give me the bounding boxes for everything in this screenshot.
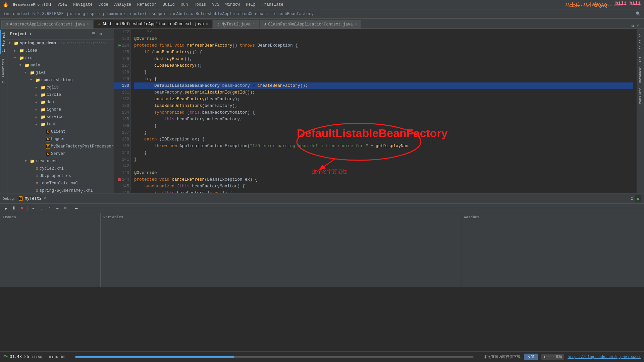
breadcrumb-search-icon[interactable]: 🔍 bbox=[636, 11, 641, 16]
sidebar-toolbar-settings[interactable]: ⚙ bbox=[98, 31, 104, 37]
code-line-137: } bbox=[134, 129, 633, 136]
right-panel-database[interactable]: Database bbox=[638, 65, 643, 85]
menu-item-file[interactable]: BeanAwareProj计划1 bbox=[10, 1, 54, 8]
tree-client[interactable]: ▶ C Client bbox=[7, 128, 114, 135]
code-line-122: */ bbox=[134, 29, 633, 36]
code-lines: */ @Override protected final void refres… bbox=[131, 29, 637, 193]
project-label: Project ▾ bbox=[10, 32, 32, 37]
breadcrumb-context[interactable]: context bbox=[130, 12, 147, 16]
tree-logger[interactable]: ▶ C Logger bbox=[7, 135, 114, 143]
menu-item-code[interactable]: Code bbox=[96, 2, 111, 8]
menu-bar: 🔥 BeanAwareProj计划1 View Navigate Code An… bbox=[0, 0, 644, 9]
tree-server[interactable]: ▶ C Server bbox=[7, 150, 114, 158]
breadcrumb-class[interactable]: ◇AbstractRefreshableApplicationContext bbox=[173, 11, 266, 16]
tree-mybeanfactory[interactable]: ▶ C MyBeanFactoryPostProcessor bbox=[7, 143, 114, 150]
debug-panel: Debug: C MyTest2 × ⚙ ▶ ▶ ⏸ ■ ↷ ↓ ↑ ⇥ ≡ ⋯ bbox=[0, 193, 644, 287]
play-pause-icon[interactable]: ⟳ bbox=[3, 354, 8, 360]
progress-bar[interactable] bbox=[75, 356, 474, 358]
tree-resources[interactable]: ▼ 📁 resources bbox=[7, 158, 114, 165]
tab-close-1[interactable]: × bbox=[87, 22, 89, 26]
right-panel-translate[interactable]: Translate bbox=[638, 86, 643, 108]
prev-icon[interactable]: ⏮ bbox=[49, 354, 54, 360]
run-gutter-124[interactable]: ▶ bbox=[119, 42, 121, 49]
debug-evaluate-btn[interactable]: ≡ bbox=[62, 205, 69, 212]
menu-item-help[interactable]: Help bbox=[243, 2, 258, 8]
bilibili-logo: bili bili bbox=[615, 1, 641, 6]
next-icon[interactable]: ⏭ bbox=[60, 354, 65, 360]
breadcrumb-org[interactable]: org bbox=[78, 12, 85, 16]
menu-item-analyze[interactable]: Analyze bbox=[112, 2, 134, 8]
menu-item-vcs[interactable]: VCS bbox=[209, 2, 222, 8]
code-line-141: } bbox=[134, 156, 633, 163]
sidebar-toolbar-scope[interactable]: ☰ bbox=[90, 31, 96, 37]
menu-item-run[interactable]: Run bbox=[178, 2, 191, 8]
menu-item-tools[interactable]: Tools bbox=[191, 2, 209, 8]
debug-close-session[interactable]: × bbox=[44, 196, 46, 201]
tree-root[interactable]: ▼ 📁 spring_aop_demo C:\Users\p\c\Desktop… bbox=[7, 40, 114, 47]
sidebar-vertical-tabs: 1. Project 2. Favorites bbox=[0, 29, 7, 193]
tab-close-4[interactable]: × bbox=[355, 22, 357, 26]
right-panel-ant[interactable]: Ant bbox=[638, 54, 643, 64]
progress-fill bbox=[75, 356, 234, 358]
tab-settings-icon[interactable]: ⚙ bbox=[632, 23, 637, 28]
debug-step-out-btn[interactable]: ↑ bbox=[46, 205, 53, 212]
code-line-143: @Override bbox=[134, 170, 633, 176]
project-tree: ▼ 📁 spring_aop_demo C:\Users\p\c\Desktop… bbox=[7, 40, 114, 193]
send-button[interactable]: 发送 bbox=[524, 354, 538, 360]
breadcrumb-springframework[interactable]: springframework bbox=[90, 12, 126, 16]
breadcrumb-method[interactable]: refreshBeanFactory bbox=[270, 12, 314, 16]
tree-service[interactable]: ▶ 📁 service bbox=[7, 113, 114, 121]
tree-dao[interactable]: ▶ 📁 dao bbox=[7, 99, 114, 106]
tree-src[interactable]: ▼ 📁 src bbox=[7, 54, 114, 62]
sidebar-tab-project[interactable]: 1. Project bbox=[0, 30, 7, 54]
tree-db-properties[interactable]: ▶ 🗎 db.properties bbox=[7, 172, 114, 180]
menu-item-window[interactable]: Window bbox=[223, 2, 243, 8]
right-panel-structure[interactable]: Structure bbox=[638, 32, 643, 54]
menu-item-translate[interactable]: Translate bbox=[259, 2, 286, 8]
menu-item-view[interactable]: View bbox=[55, 2, 70, 8]
tree-java[interactable]: ▼ 📁 java bbox=[7, 69, 114, 76]
tree-cglib[interactable]: ▶ 📁 cglib bbox=[7, 84, 114, 91]
tab-classpathxml[interactable]: J ClassPathXmlApplicationContext.java × bbox=[260, 20, 361, 28]
tree-cycle2[interactable]: ▶ 🗎 cycle2.xml bbox=[7, 165, 114, 172]
debug-step-into-btn[interactable]: ↓ bbox=[38, 205, 45, 212]
debug-more-btn[interactable]: ⋯ bbox=[73, 205, 80, 212]
menu-item-refactor[interactable]: Refactor bbox=[135, 2, 159, 8]
debug-run-cursor-btn[interactable]: ⇥ bbox=[54, 205, 61, 212]
tab-close-3[interactable]: × bbox=[253, 22, 255, 26]
debug-resume-btn[interactable]: ▶ bbox=[3, 205, 9, 212]
tree-idea[interactable]: ▶ 📁 .idea bbox=[7, 47, 114, 54]
tab-abstract-refreshable[interactable]: J AbstractRefreshableApplicationContext.… bbox=[94, 20, 212, 28]
playback-controls: ⏮ ▶ ⏭ bbox=[49, 354, 65, 360]
tab-abstract-application-context[interactable]: J AbstractApplicationContext.java × bbox=[1, 20, 93, 28]
tree-ignore[interactable]: ▶ 📁 ignore bbox=[7, 106, 114, 113]
sidebar-toolbar-collapse[interactable]: − bbox=[105, 31, 111, 37]
debug-session-name[interactable]: MyTest2 bbox=[25, 196, 42, 201]
debug-pause-btn[interactable]: ⏸ bbox=[11, 205, 17, 212]
sidebar-tab-favorites[interactable]: 2. Favorites bbox=[1, 57, 6, 85]
menu-item-build[interactable]: Build bbox=[160, 2, 177, 8]
tree-spring-xml[interactable]: ▶ 🗎 spring-${username}.xml bbox=[7, 187, 114, 193]
debug-stop-btn[interactable]: ■ bbox=[19, 205, 25, 212]
external-link[interactable]: https://blog.csdn.net/qq_45100341 bbox=[568, 355, 641, 359]
tree-circle[interactable]: ▶ 📁 circle bbox=[7, 91, 114, 99]
tree-test-folder[interactable]: ▶ 📁 test bbox=[7, 121, 114, 128]
debug-sep2 bbox=[71, 206, 71, 211]
tree-jdbc-template[interactable]: ▶ 🗎 jdbcTemplate.xml bbox=[7, 180, 114, 187]
code-line-146: if (this.beanFactory != null) { bbox=[134, 190, 633, 193]
debug-settings-icon[interactable]: ⚙ bbox=[631, 196, 633, 201]
tree-com-mashibing[interactable]: ▼ 📁 com.mashibing bbox=[7, 76, 114, 84]
code-line-130: DefaultListableBeanFactory beanFactory =… bbox=[134, 82, 633, 89]
sidebar: Project ▾ ☰ ⚙ − ▼ 📁 spring_aop_demo C:\U… bbox=[7, 29, 114, 193]
breadcrumb-jar[interactable]: ing-context-5.2.3.RELEASE.jar bbox=[3, 12, 73, 16]
frames-panel: Frames bbox=[0, 213, 101, 287]
tab-bar: J AbstractApplicationContext.java × J Ab… bbox=[0, 19, 644, 29]
play-icon[interactable]: ▶ bbox=[56, 354, 58, 360]
menu-item-navigate[interactable]: Navigate bbox=[70, 2, 95, 8]
tab-close-2[interactable]: × bbox=[206, 22, 208, 26]
debug-step-over-btn[interactable]: ↷ bbox=[30, 205, 37, 212]
tab-mytest2[interactable]: J MyTest2.java × bbox=[213, 20, 259, 28]
tree-main[interactable]: ▼ 📁 main bbox=[7, 62, 114, 69]
debug-play-icon[interactable]: ▶ bbox=[635, 195, 641, 202]
breadcrumb-support[interactable]: support bbox=[152, 12, 168, 16]
